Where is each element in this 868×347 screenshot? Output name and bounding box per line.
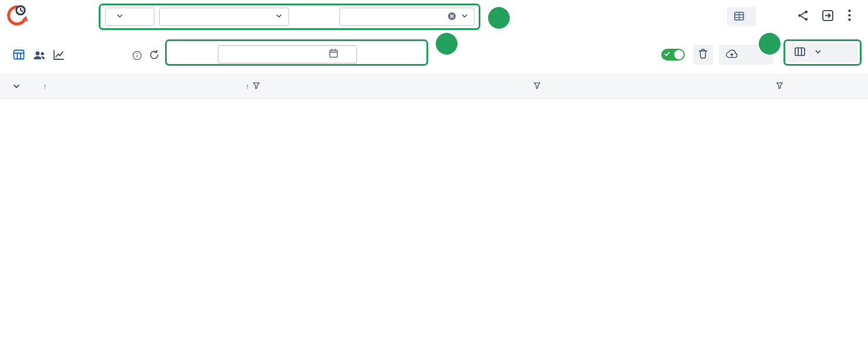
chevron-down-icon (815, 48, 822, 57)
sort-asc-icon: ↑ (245, 82, 250, 90)
open-in-new-icon (822, 9, 834, 23)
refresh-button[interactable] (149, 49, 160, 62)
clear-icon[interactable] (448, 12, 456, 22)
column-header-status[interactable] (523, 82, 629, 91)
table-view-icon (13, 49, 25, 62)
info-icon[interactable] (132, 50, 142, 60)
table-grid-icon (734, 12, 744, 22)
filter-icon[interactable] (776, 82, 783, 91)
chevron-down-icon (461, 12, 468, 21)
chevron-down-icon (116, 12, 123, 21)
columns-button[interactable] (788, 43, 857, 62)
toggle-knob (674, 50, 684, 59)
column-header-date[interactable]: ↑ (33, 82, 168, 90)
annotation-badge-2 (436, 33, 457, 55)
date-range-input[interactable] (223, 50, 329, 59)
cloud-export-icon (726, 49, 738, 60)
view-chart-button[interactable] (53, 50, 65, 62)
expand-all-header[interactable] (0, 82, 33, 90)
annotation-badge-1 (488, 7, 510, 29)
keep-deleted-toggle[interactable] (661, 49, 685, 60)
filter-type-select[interactable] (105, 8, 154, 26)
updated-by-select[interactable] (339, 8, 475, 26)
view-name-button[interactable] (727, 7, 756, 26)
chart-icon (53, 50, 65, 62)
date-range-field (218, 45, 357, 63)
refresh-icon (149, 49, 160, 62)
columns-icon (795, 47, 805, 58)
kebab-icon (848, 9, 851, 23)
calendar-icon[interactable] (329, 49, 338, 60)
issue-history-app: ↑ ↑ (0, 0, 868, 347)
share-button[interactable] (797, 9, 809, 23)
people-icon (33, 50, 46, 62)
trash-icon (698, 49, 708, 60)
open-in-new-button[interactable] (822, 9, 834, 23)
project-select[interactable] (159, 8, 289, 26)
filter-icon[interactable] (253, 82, 260, 91)
share-icon (797, 9, 809, 23)
view-people-button[interactable] (33, 50, 46, 62)
sort-asc-icon: ↑ (43, 82, 47, 90)
column-header-key[interactable]: ↑ (235, 82, 294, 91)
app-logo-icon (5, 4, 29, 31)
view-table-button[interactable] (13, 49, 25, 62)
annotation-badge-3 (759, 33, 780, 55)
delete-button[interactable] (693, 45, 713, 65)
filter-icon[interactable] (533, 82, 541, 91)
chevron-down-icon (275, 12, 282, 21)
column-header-priority[interactable] (761, 82, 793, 91)
more-menu-button[interactable] (848, 9, 851, 23)
table-header: ↑ ↑ (0, 73, 868, 99)
